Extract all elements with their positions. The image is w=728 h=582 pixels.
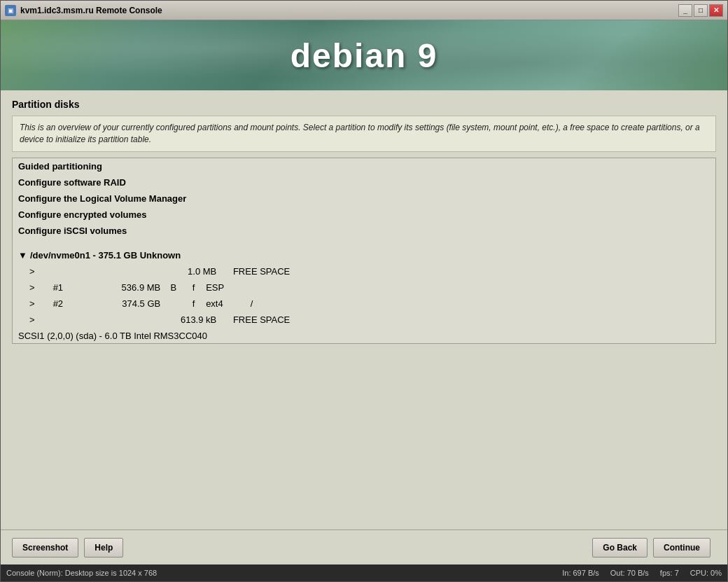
partition-area: Partition disks This is an overview of y… xyxy=(1,90,727,564)
list-item-lvm[interactable]: Configure the Logical Volume Manager xyxy=(13,190,715,207)
help-button[interactable]: Help xyxy=(84,538,123,557)
list-item-guided[interactable]: Guided partitioning xyxy=(13,158,715,174)
status-fps: fps: 7 xyxy=(660,569,679,577)
debian-header: debian 9 xyxy=(1,20,727,90)
page-description: This is an overview of your currently co… xyxy=(12,116,716,152)
status-console-info: Console (Norm): Desktop size is 1024 x 7… xyxy=(6,569,157,577)
status-in: In: 697 B/s xyxy=(562,569,599,577)
main-content: debian 9 Partition disks This is an over… xyxy=(1,20,727,564)
list-item-nvme-p1[interactable]: > #1 536.9 MB B f ESP xyxy=(13,279,715,296)
list-item-encrypted[interactable]: Configure encrypted volumes xyxy=(13,207,715,223)
screenshot-button[interactable]: Screenshot xyxy=(12,538,78,557)
close-button[interactable]: ✕ xyxy=(709,4,723,17)
bottom-bar: Screenshot Help Go Back Continue xyxy=(1,529,727,564)
page-title: Partition disks xyxy=(1,90,727,116)
continue-button[interactable]: Continue xyxy=(653,538,710,557)
window: ▣ kvm1.idc3.msm.ru Remote Console _ □ ✕ … xyxy=(0,0,728,582)
list-item-disk-sda[interactable]: SCSI1 (2,0,0) (sda) - 6.0 TB Intel RMS3C… xyxy=(13,328,715,344)
list-item-nvme-p2[interactable]: > #2 374.5 GB f ext4 / xyxy=(13,296,715,312)
list-item-nvme-free1[interactable]: > 1.0 MB FREE SPACE xyxy=(13,263,715,279)
maximize-button[interactable]: □ xyxy=(694,4,708,17)
chevron-icon: ▼ xyxy=(18,250,27,261)
gap1 xyxy=(13,239,715,244)
window-title: kvm1.idc3.msm.ru Remote Console xyxy=(20,6,678,15)
titlebar: ▣ kvm1.idc3.msm.ru Remote Console _ □ ✕ xyxy=(1,1,727,20)
status-cpu: CPU: 0% xyxy=(690,569,722,577)
list-item-iscsi[interactable]: Configure iSCSI volumes xyxy=(13,223,715,239)
app-icon: ▣ xyxy=(5,5,16,16)
minimize-button[interactable]: _ xyxy=(678,4,692,17)
status-metrics: In: 697 B/s Out: 70 B/s fps: 7 CPU: 0% xyxy=(562,569,722,577)
window-controls: _ □ ✕ xyxy=(678,4,723,17)
list-item-raid[interactable]: Configure software RAID xyxy=(13,174,715,190)
debian-title: debian 9 xyxy=(290,36,438,75)
list-item-nvme-free2[interactable]: > 613.9 kB FREE SPACE xyxy=(13,312,715,328)
empty-space xyxy=(1,344,727,529)
partition-list: Guided partitioning Configure software R… xyxy=(12,158,716,345)
status-out: Out: 70 B/s xyxy=(610,569,649,577)
list-item-disk-nvme[interactable]: ▼/dev/nvme0n1 - 375.1 GB Unknown xyxy=(13,247,715,263)
status-bar: Console (Norm): Desktop size is 1024 x 7… xyxy=(1,564,727,581)
go-back-button[interactable]: Go Back xyxy=(592,538,648,557)
